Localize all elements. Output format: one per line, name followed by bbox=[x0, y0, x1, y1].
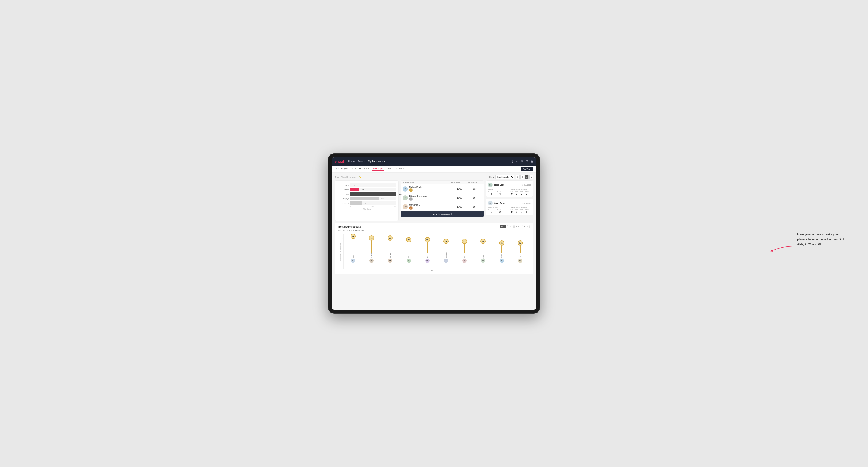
streak-avatar: BM bbox=[369, 258, 374, 263]
add-team-button[interactable]: Add Team bbox=[521, 167, 533, 171]
edit-icon[interactable]: ✏️ bbox=[359, 176, 361, 178]
bar-row-birdies: Birdies 96 bbox=[337, 188, 397, 191]
practice-group: Total Practice Activities OTT 0 APP 0 bbox=[510, 207, 531, 213]
avatar-icon[interactable]: ◉ bbox=[531, 160, 533, 163]
streak-bubble-container: 6x bbox=[388, 236, 393, 253]
arg-stat: ARG 0 bbox=[520, 209, 523, 213]
avatar: RB bbox=[488, 183, 493, 187]
metric-app-button[interactable]: APP bbox=[507, 225, 514, 228]
show-select[interactable]: Last 3 months bbox=[495, 175, 515, 179]
tab-tour[interactable]: Tour bbox=[387, 167, 392, 171]
annotation-text: Here you can see streaks your players ha… bbox=[797, 232, 849, 247]
metric-putt-button[interactable]: PUTT bbox=[522, 225, 530, 228]
metric-arg-button[interactable]: ARG bbox=[515, 225, 521, 228]
rank-badge-1: 1 bbox=[409, 188, 412, 192]
team-title: Team Clippd | 14 Players bbox=[335, 176, 357, 178]
view-full-leaderboard-button[interactable]: View Full Leaderboard bbox=[401, 211, 484, 217]
nav-icons: ⚲ ☺ ✉ ⚙ ◉ bbox=[512, 160, 533, 163]
logo: clippd bbox=[335, 160, 344, 163]
rounds-row: Tournament 8 Practice 4 bbox=[488, 191, 508, 195]
table-row[interactable]: EC Edward Crossman 2 18/20 107 bbox=[401, 193, 484, 203]
settings-icon[interactable]: ⚙ bbox=[526, 160, 528, 163]
bar-chart: Eagles 3 Birdies bbox=[337, 183, 397, 211]
chart-x-axis: 0 200 400 bbox=[337, 206, 397, 207]
card-player: JC Josh Coles bbox=[488, 201, 505, 206]
bar-row-dbogeys: D. Bogeys + 131 bbox=[337, 201, 397, 205]
table-view-icon[interactable]: ◀ bbox=[529, 175, 533, 179]
team-header: Team Clippd | 14 Players ✏️ Show Last 3 … bbox=[335, 175, 533, 179]
streak-line bbox=[371, 241, 372, 253]
metric-ott-button[interactable]: OTT bbox=[500, 225, 506, 228]
table-row[interactable]: RB Richard Butler 1 19/20 110 bbox=[401, 184, 484, 193]
card-player-name: Rees Britt bbox=[494, 184, 504, 186]
practice-row: OTT 0 APP 0 ARG 0 bbox=[510, 191, 531, 195]
nav-home[interactable]: Home bbox=[348, 160, 354, 163]
streaks-subtitle: Off The Tee, Fairway Accuracy bbox=[338, 229, 530, 231]
card-stats: Total Rounds Tournament 7 Practice 2 bbox=[488, 207, 531, 213]
streaks-title: Best Round Streaks bbox=[338, 225, 361, 228]
bar-value-pars: 499 bbox=[399, 193, 402, 195]
y-tick-7: 7 bbox=[342, 234, 342, 235]
bar-track: 3 bbox=[350, 184, 397, 187]
bar-row-bogeys: Bogeys 311 bbox=[337, 197, 397, 200]
y-ticks: 7 6 5 4 3 2 1 0 bbox=[342, 234, 342, 269]
list-view-icon[interactable]: ☰ bbox=[520, 175, 524, 179]
y-tick-0: 0 bbox=[342, 261, 342, 262]
y-tick-2: 2 bbox=[342, 253, 342, 255]
practice-group: Total Practice Activities OTT 0 APP 0 bbox=[510, 189, 531, 195]
leaderboard-header: PLAYER NAME PB SCORE PB AVG SQ bbox=[401, 181, 484, 184]
user-icon[interactable]: ☺ bbox=[516, 160, 519, 163]
nav-teams[interactable]: Teams bbox=[358, 160, 365, 163]
card-player-name: Josh Coles bbox=[494, 202, 505, 204]
table-row[interactable]: CM Cameron... 3 17/20 103 bbox=[401, 203, 484, 211]
streak-bubble-container: 3x bbox=[518, 240, 523, 253]
bar-label-pars: Pars bbox=[337, 193, 349, 195]
pb-score: 19/20 bbox=[451, 188, 468, 190]
nav-my-performance[interactable]: My Performance bbox=[368, 160, 385, 163]
bell-icon[interactable]: ✉ bbox=[521, 160, 523, 163]
card-header: JC Josh Coles 26 Aug 2023 bbox=[488, 201, 531, 206]
rounds-group: Total Rounds Tournament 8 Practice 4 bbox=[488, 189, 508, 195]
show-label: Show bbox=[489, 176, 494, 178]
tab-pga[interactable]: PGA bbox=[351, 167, 356, 171]
streak-line bbox=[353, 239, 353, 253]
nav-bar: clippd Home Teams My Performance ⚲ ☺ ✉ ⚙… bbox=[332, 157, 536, 165]
tab-team-clippd[interactable]: Team Clippd bbox=[372, 167, 384, 171]
card-stats: Total Rounds Tournament 8 Practice 4 bbox=[488, 189, 531, 195]
y-axis-label: Best Streak, Fairway Accuracy bbox=[338, 234, 342, 269]
bar-value-eagles: 3 bbox=[354, 184, 355, 186]
bar-value-dbogeys: 131 bbox=[365, 203, 367, 204]
tab-pgat[interactable]: PGAT Players bbox=[335, 167, 348, 171]
bar-fill: 131 bbox=[350, 201, 362, 205]
player-info: EC Edward Crossman 2 bbox=[403, 195, 451, 201]
card-view-icon[interactable]: ■ bbox=[525, 175, 529, 179]
player-stat-card: RB Rees Britt 02 Sep 2023 Total Rounds T… bbox=[486, 181, 533, 197]
bar-fill: 499 bbox=[350, 192, 397, 196]
rank-badge-2: 2 bbox=[409, 197, 412, 201]
tab-hcaps[interactable]: Hcaps 1-5 bbox=[359, 167, 369, 171]
bar-fill: 3 bbox=[350, 184, 350, 187]
streak-line bbox=[483, 244, 483, 253]
streak-col-mcherg: 6x B. McHerg BM bbox=[362, 234, 381, 262]
streak-line bbox=[390, 241, 390, 253]
streak-bubble-container: 5x bbox=[406, 237, 411, 253]
putt-stat: PUTT 0 bbox=[525, 191, 529, 195]
practice-stat: Practice 2 bbox=[497, 209, 503, 213]
avatar: JC bbox=[488, 201, 493, 206]
bar-value-birdies: 96 bbox=[362, 189, 364, 191]
search-icon[interactable]: ⚲ bbox=[512, 160, 514, 163]
streak-bars-area: 7x E. Ebert EE 6x B. McH bbox=[343, 234, 530, 269]
grid-view-icon[interactable]: ▦ bbox=[516, 175, 520, 179]
tab-all-players[interactable]: All Players bbox=[395, 167, 405, 171]
player-cards: RB Rees Britt 02 Sep 2023 Total Rounds T… bbox=[486, 181, 533, 217]
sub-nav: PGAT Players PGA Hcaps 1-5 Team Clippd T… bbox=[332, 165, 536, 173]
practice-stat: Practice 4 bbox=[497, 191, 503, 195]
streak-bubble-container: 6x bbox=[369, 236, 374, 253]
chart-x-label: Total Shots bbox=[337, 208, 397, 210]
avatar: CM bbox=[403, 204, 408, 210]
streak-bubble: 3x bbox=[499, 240, 504, 246]
practice-title: Total Practice Activities bbox=[510, 189, 531, 190]
streak-avatar: EE bbox=[351, 258, 355, 263]
bar-chart-panel: Eagles 3 Birdies bbox=[335, 181, 399, 221]
streaks-header: Best Round Streaks OTT APP ARG PUTT bbox=[338, 225, 530, 228]
